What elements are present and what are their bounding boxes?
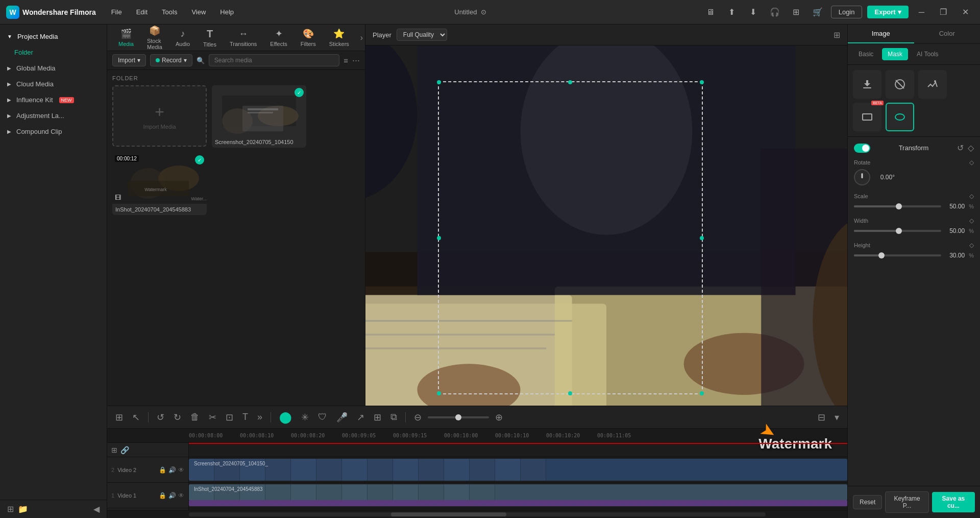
record-button[interactable]: Record ▾ (150, 54, 192, 66)
sidebar-item-compound-clip[interactable]: ▶ Compound Clip (0, 124, 107, 139)
rotate-keyframe-icon[interactable]: ◇ (969, 159, 974, 166)
close-button[interactable]: ✕ (957, 7, 974, 17)
video1-clip[interactable]: InShot_20240704_204545883 (189, 484, 847, 501)
link-track-icon[interactable]: 🔗 (120, 446, 129, 454)
timeline-transition-icon[interactable]: ⊞ (371, 410, 384, 425)
menu-edit[interactable]: Edit (131, 6, 153, 18)
mask-tool-download[interactable] (853, 70, 881, 99)
transform-diamond-icon[interactable]: ◇ (968, 143, 974, 153)
timeline-layout-chevron-icon[interactable]: ▾ (831, 410, 842, 425)
sidebar-item-cloud-media[interactable]: ▶ Cloud Media (0, 76, 107, 92)
track-lock-icon[interactable]: 🔒 (159, 466, 166, 474)
download-cloud-icon[interactable]: ⬇ (745, 4, 762, 20)
subtab-basic[interactable]: Basic (853, 48, 879, 60)
height-thumb[interactable] (878, 252, 885, 258)
timeline-export-icon[interactable]: ↗ (354, 410, 368, 425)
keyframe-button[interactable]: Keyframe P... (885, 491, 928, 513)
h-scrollbar-thumb[interactable] (391, 512, 506, 516)
filter-icon[interactable]: ≡ (344, 56, 348, 65)
timeline-cut-icon[interactable]: ✂ (206, 410, 219, 425)
screenshot-icon[interactable]: ⊞ (834, 30, 840, 40)
menu-file[interactable]: File (106, 6, 127, 18)
subtab-mask[interactable]: Mask (882, 48, 908, 60)
timeline-mic-icon[interactable]: 🎤 (333, 410, 351, 425)
more-options-icon[interactable]: ⋯ (352, 56, 360, 65)
login-button[interactable]: Login (831, 6, 863, 18)
export-button[interactable]: Export ▾ (867, 6, 908, 18)
h-scrollbar-track[interactable] (189, 512, 766, 516)
timeline-particles-icon[interactable]: ✳ (298, 410, 312, 425)
maximize-button[interactable]: ❐ (935, 7, 952, 17)
headphone-icon[interactable]: 🎧 (767, 4, 783, 20)
audio-clip-video1[interactable] (189, 500, 847, 506)
save-as-custom-button[interactable]: Save as cu... (932, 492, 975, 512)
media-item-video[interactable]: Watermark 00:00:12 🎞 Water... ✓ InShot_2… (112, 153, 207, 215)
grid-icon[interactable]: ⊞ (788, 4, 804, 20)
video2-clip[interactable]: Screenshot_20240705_104150_ (189, 459, 847, 481)
timeline-delete-icon[interactable]: 🗑 (187, 410, 203, 424)
add-track-icon[interactable]: ⊞ (111, 446, 117, 454)
track-lane-video1[interactable]: InShot_20240704_204545883 (189, 483, 847, 508)
timeline-shield-icon[interactable]: 🛡 (315, 410, 330, 424)
toolbar-filters[interactable]: 🎨 Filters (295, 26, 322, 49)
toolbar-stickers[interactable]: ⭐ Stickers (323, 26, 355, 49)
quality-select[interactable]: Full Quality (397, 29, 447, 41)
toolbar-transitions[interactable]: ↔ Transitions (224, 27, 263, 49)
track-volume-icon[interactable]: 🔊 (168, 466, 176, 474)
folder-icon[interactable]: 📁 (18, 504, 28, 514)
reset-button[interactable]: Reset (853, 495, 882, 509)
mask-tool-pen-draw[interactable] (918, 70, 947, 99)
timeline-redo-icon[interactable]: ↻ (170, 410, 184, 425)
timeline-zoom-slider[interactable] (428, 416, 489, 418)
timeline-more-icon[interactable]: » (254, 410, 265, 424)
toolbar-effects[interactable]: ✦ Effects (264, 26, 293, 49)
timeline-undo-icon[interactable]: ↺ (154, 410, 167, 425)
timeline-record-button[interactable]: ⬤ (276, 409, 295, 426)
mask-tool-pen-cross[interactable] (886, 70, 914, 99)
width-slider[interactable] (854, 230, 941, 232)
scale-keyframe-icon[interactable]: ◇ (969, 193, 974, 200)
transform-reset-icon[interactable]: ↺ (957, 143, 964, 153)
sidebar-item-adjustment[interactable]: ▶ Adjustment La... (0, 108, 107, 124)
monitor-icon[interactable]: 🖥 (702, 4, 719, 20)
tab-color[interactable]: Color (914, 25, 981, 43)
timeline-pip-icon[interactable]: ⧉ (387, 410, 400, 424)
timeline-text-icon[interactable]: T (239, 410, 251, 424)
width-keyframe-icon[interactable]: ◇ (969, 217, 974, 224)
menu-view[interactable]: View (186, 6, 211, 18)
mask-tool-rect[interactable]: BETA (853, 103, 881, 131)
timeline-zoom-out-icon[interactable]: ⊖ (411, 410, 425, 425)
track1-volume-icon[interactable]: 🔊 (168, 492, 176, 499)
scale-thumb[interactable] (896, 203, 902, 209)
track1-eye-icon[interactable]: 👁 (178, 492, 184, 499)
width-thumb[interactable] (896, 228, 902, 234)
track-lane-video2[interactable]: Screenshot_20240705_104150_ (189, 457, 847, 483)
toolbar-audio[interactable]: ♪ Audio (169, 27, 196, 49)
media-item-screenshot[interactable]: ✓ Screenshot_20240705_104150 (212, 85, 306, 148)
minimize-button[interactable]: ─ (914, 8, 929, 17)
shop-icon[interactable]: 🛒 (810, 4, 826, 20)
collapse-sidebar-icon[interactable]: ◀ (93, 504, 100, 514)
menu-help[interactable]: Help (215, 6, 239, 18)
timeline-grid-icon[interactable]: ⊞ (112, 410, 126, 425)
scale-slider[interactable] (854, 205, 941, 207)
sidebar-item-global-media[interactable]: ▶ Global Media (0, 60, 107, 76)
timeline-select-icon[interactable]: ↖ (129, 410, 143, 425)
transform-toggle[interactable] (854, 144, 870, 153)
track1-lock-icon[interactable]: 🔒 (159, 492, 166, 499)
upload-icon[interactable]: ⬆ (724, 4, 740, 20)
height-slider[interactable] (854, 254, 941, 256)
rotate-knob[interactable] (854, 169, 870, 185)
search-input[interactable] (209, 54, 340, 66)
tab-image[interactable]: Image (848, 25, 914, 43)
toolbar-titles[interactable]: T Titles (197, 26, 223, 50)
mask-tool-ellipse[interactable] (886, 103, 914, 131)
import-media-placeholder[interactable]: + Import Media (112, 85, 207, 147)
toolbar-media[interactable]: 🎬 Media (112, 26, 140, 49)
subtab-ai-tools[interactable]: AI Tools (911, 48, 944, 60)
import-button[interactable]: Import ▾ (112, 54, 146, 66)
add-media-icon[interactable]: ⊞ (7, 504, 14, 514)
sidebar-item-project-media[interactable]: ▼ Project Media (0, 29, 107, 44)
timeline-zoom-in-icon[interactable]: ⊕ (492, 410, 506, 425)
track-eye-icon[interactable]: 👁 (178, 466, 184, 474)
